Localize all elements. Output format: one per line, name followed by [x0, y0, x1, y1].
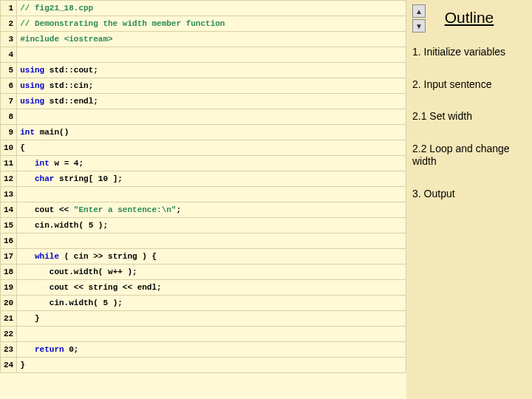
code-content: using std::cin; — [17, 78, 406, 94]
code-line: 18 cout.width( w++ ); — [1, 265, 406, 280]
line-number: 14 — [1, 202, 17, 218]
line-number: 18 — [1, 265, 17, 280]
outline-item: 2.2 Loop and change width — [412, 143, 526, 168]
code-panel: 1// fig21_18.cpp2// Demonstrating the wi… — [0, 0, 406, 399]
code-line: 22 — [1, 327, 406, 342]
outline-item: 1. Initialize variables — [412, 46, 526, 59]
code-line: 6using std::cin; — [1, 78, 406, 94]
code-line: 23 return 0; — [1, 342, 406, 358]
code-line: 19 cout << string << endl; — [1, 280, 406, 296]
code-content: int main() — [17, 125, 406, 140]
line-number: 4 — [1, 47, 17, 63]
line-number: 2 — [1, 16, 17, 32]
line-number: 22 — [1, 327, 17, 342]
code-line: 7using std::endl; — [1, 94, 406, 109]
code-content — [17, 233, 406, 249]
nav-buttons: ▲ ▼ — [412, 4, 426, 34]
line-number: 7 — [1, 94, 17, 109]
line-number: 11 — [1, 156, 17, 171]
line-number: 19 — [1, 280, 17, 296]
line-number: 16 — [1, 233, 17, 249]
code-content — [17, 47, 406, 63]
code-content — [17, 187, 406, 202]
code-content: int w = 4; — [17, 156, 406, 171]
nav-down-button[interactable]: ▼ — [412, 19, 426, 33]
code-content: // Demonstrating the width member functi… — [17, 16, 406, 32]
code-content: } — [17, 358, 406, 373]
line-number: 23 — [1, 342, 17, 358]
code-content: cin.width( 5 ); — [17, 218, 406, 233]
code-line: 5using std::cout; — [1, 63, 406, 78]
code-content: char string[ 10 ]; — [17, 171, 406, 187]
code-content: cin.width( 5 ); — [17, 296, 406, 311]
code-content: return 0; — [17, 342, 406, 358]
code-content — [17, 109, 406, 125]
code-content: using std::endl; — [17, 94, 406, 109]
outline-item: 2. Input sentence — [412, 78, 526, 92]
nav-up-button[interactable]: ▲ — [412, 4, 426, 18]
code-line: 10{ — [1, 140, 406, 156]
code-line: 14 cout << "Enter a sentence:\n"; — [1, 202, 406, 218]
outline-item: 2.1 Set width — [412, 110, 526, 123]
line-number: 12 — [1, 171, 17, 187]
line-number: 1 — [1, 1, 17, 16]
line-number: 8 — [1, 109, 17, 125]
code-line: 9int main() — [1, 125, 406, 140]
code-line: 21 } — [1, 311, 406, 327]
code-table: 1// fig21_18.cpp2// Demonstrating the wi… — [0, 0, 406, 373]
code-line: 1// fig21_18.cpp — [1, 1, 406, 16]
outline-panel: ▲ ▼ Outline 1. Initialize variables2. In… — [406, 0, 532, 399]
code-line: 4 — [1, 47, 406, 63]
code-content: cout << string << endl; — [17, 280, 406, 296]
line-number: 3 — [1, 32, 17, 47]
line-number: 24 — [1, 358, 17, 373]
code-line: 3#include <iostream> — [1, 32, 406, 47]
code-content: #include <iostream> — [17, 32, 406, 47]
code-content: { — [17, 140, 406, 156]
code-line: 2// Demonstrating the width member funct… — [1, 16, 406, 32]
outline-item: 3. Output — [412, 188, 526, 201]
line-number: 9 — [1, 125, 17, 140]
code-line: 16 — [1, 233, 406, 249]
code-content — [17, 327, 406, 342]
outline-title: Outline — [412, 9, 526, 27]
line-number: 13 — [1, 187, 17, 202]
code-line: 8 — [1, 109, 406, 125]
line-number: 6 — [1, 78, 17, 94]
code-content: // fig21_18.cpp — [17, 1, 406, 16]
line-number: 20 — [1, 296, 17, 311]
code-line: 24} — [1, 358, 406, 373]
code-line: 12 char string[ 10 ]; — [1, 171, 406, 187]
line-number: 10 — [1, 140, 17, 156]
line-number: 15 — [1, 218, 17, 233]
line-number: 17 — [1, 249, 17, 265]
code-line: 11 int w = 4; — [1, 156, 406, 171]
code-line: 20 cin.width( 5 ); — [1, 296, 406, 311]
line-number: 21 — [1, 311, 17, 327]
code-line: 17 while ( cin >> string ) { — [1, 249, 406, 265]
code-line: 13 — [1, 187, 406, 202]
code-content: } — [17, 311, 406, 327]
line-number: 5 — [1, 63, 17, 78]
code-content: cout.width( w++ ); — [17, 265, 406, 280]
code-content: cout << "Enter a sentence:\n"; — [17, 202, 406, 218]
code-line: 15 cin.width( 5 ); — [1, 218, 406, 233]
code-content: while ( cin >> string ) { — [17, 249, 406, 265]
code-content: using std::cout; — [17, 63, 406, 78]
